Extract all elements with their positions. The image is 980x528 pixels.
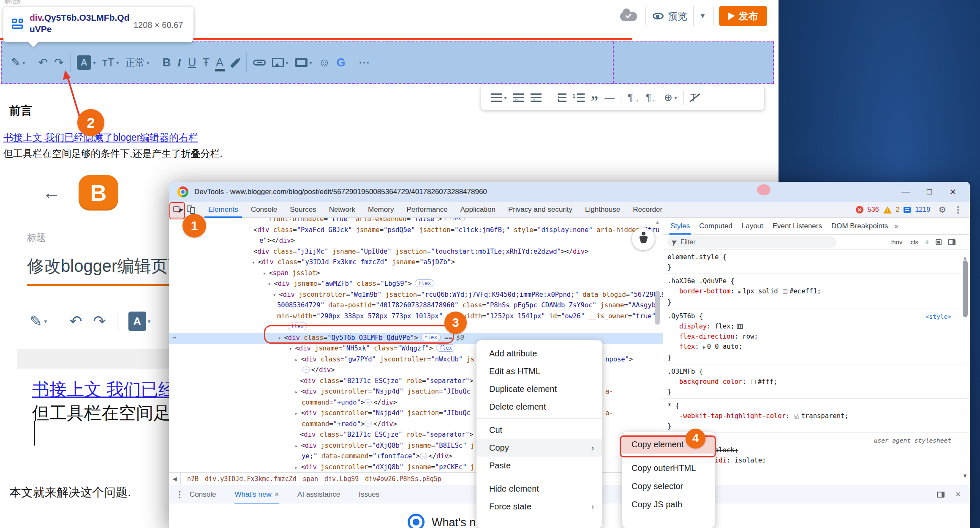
- pen-edit-icon[interactable]: ✎▾: [11, 57, 25, 68]
- rule-selector[interactable]: .haXJ6e .QduVPe {: [667, 277, 735, 285]
- text-color-icon[interactable]: A: [216, 57, 223, 68]
- horizontal-rule-icon[interactable]: —: [604, 93, 615, 103]
- color-swatch[interactable]: [783, 289, 787, 294]
- drawer-tab-console[interactable]: Console: [190, 485, 216, 504]
- rule-selector[interactable]: .O3LMFb {: [667, 368, 703, 375]
- flex-badge[interactable]: flex: [445, 218, 465, 221]
- new-style-rule-icon[interactable]: +: [925, 238, 929, 247]
- tab-privacy-and-security[interactable]: Privacy and security: [502, 202, 579, 218]
- expand-ellipsis-button[interactable]: ⋯: [420, 453, 427, 459]
- drawer-tab-issues[interactable]: Issues: [359, 485, 379, 504]
- messages-icon[interactable]: [904, 207, 911, 213]
- highlight-icon[interactable]: [230, 61, 240, 64]
- rtl-paragraph-icon[interactable]: ¶←: [646, 93, 658, 103]
- kebab-menu-icon[interactable]: ⋮: [950, 205, 966, 215]
- post-title-input[interactable]: 修改blogger编辑页面: [27, 254, 185, 278]
- rendering-icon[interactable]: [936, 239, 942, 245]
- tab-console[interactable]: Console: [245, 202, 283, 218]
- styles-tab-event-listeners[interactable]: Event Listeners: [768, 218, 827, 235]
- menu-item-add-attribute[interactable]: Add attribute: [476, 345, 602, 362]
- breadcrumb-item[interactable]: div#ow26.P8hSs.pEg5p: [365, 475, 441, 483]
- drawer-close-icon[interactable]: ×: [956, 490, 961, 499]
- css-property[interactable]: flex-direction: row;: [667, 331, 970, 342]
- more-tabs-icon[interactable]: »: [894, 222, 898, 230]
- insert-video-icon[interactable]: ▾: [295, 58, 312, 67]
- clear-formatting-icon[interactable]: T: [690, 93, 697, 103]
- toggle-hover-state[interactable]: :hov: [890, 238, 902, 246]
- bold-icon[interactable]: B: [163, 57, 171, 68]
- sidebar-toggle-icon[interactable]: [948, 239, 956, 245]
- menu-item-copy-selector[interactable]: Copy selector: [622, 477, 715, 495]
- undo-icon[interactable]: ↶: [38, 57, 48, 68]
- styles-tab-dom-breakpoints[interactable]: DOM Breakpoints: [827, 218, 893, 235]
- warnings-icon[interactable]: [883, 206, 892, 213]
- scroll-down-arrow[interactable]: ▼: [962, 473, 968, 479]
- minimize-button[interactable]: —: [900, 187, 912, 197]
- insert-link-icon[interactable]: [253, 60, 266, 66]
- device-toolbar-icon[interactable]: [187, 205, 195, 214]
- css-property[interactable]: border-bottom: ▶1px solid #eceff1;: [667, 286, 970, 297]
- publish-button[interactable]: 发布: [719, 6, 767, 26]
- menu-item-duplicate-element[interactable]: Duplicate element: [476, 380, 602, 398]
- ltr-paragraph-icon[interactable]: ¶→: [628, 93, 640, 103]
- insert-image-icon[interactable]: ▾: [272, 58, 289, 67]
- dom-tree-node[interactable]: 50085364729" data-postid="40178260732884…: [169, 300, 663, 311]
- styles-scrollbar[interactable]: [963, 260, 968, 317]
- undo-icon[interactable]: ↶: [69, 314, 82, 329]
- flex-badge[interactable]: flex: [415, 279, 434, 287]
- tab-memory[interactable]: Memory: [362, 202, 400, 218]
- tab-recorder[interactable]: Recorder: [626, 202, 669, 218]
- paragraph-style-select[interactable]: 正常▾: [125, 56, 150, 69]
- css-property[interactable]: flex: ▶0 0 auto;: [667, 342, 970, 353]
- rule-selector[interactable]: * {: [667, 402, 679, 410]
- indent-decrease-icon[interactable]: [531, 93, 542, 102]
- menu-item-paste[interactable]: Paste: [476, 457, 602, 474]
- doc-link[interactable]: 书接上文 我们已经隐藏了bloger编辑器的右栏: [3, 131, 198, 144]
- expand-arrow-icon[interactable]: ▶: [703, 345, 706, 350]
- tab-sources[interactable]: Sources: [283, 202, 322, 218]
- dom-tree-node[interactable]: ▾ <span jsslot>: [169, 268, 663, 279]
- styles-filter-input[interactable]: Filter: [667, 236, 836, 248]
- dom-tree-node[interactable]: <div class="PxaFcd GBJck" jsname="psdQ5e…: [169, 225, 663, 236]
- devtools-titlebar[interactable]: DevTools - www.blogger.com/blog/post/edi…: [169, 182, 970, 202]
- menu-item-copy-outerhtml[interactable]: Copy outerHTML: [622, 459, 715, 477]
- scroll-up-arrow[interactable]: ▲: [655, 219, 660, 225]
- indent-increase-icon[interactable]: [513, 93, 524, 102]
- styles-tab-layout[interactable]: Layout: [737, 218, 768, 235]
- tab-elements[interactable]: Elements: [202, 202, 245, 218]
- align-icon[interactable]: ▾: [491, 93, 507, 102]
- color-swatch[interactable]: [751, 380, 756, 384]
- elements-scrollbar[interactable]: [655, 291, 660, 325]
- tab-lighthouse[interactable]: Lighthouse: [579, 202, 626, 218]
- scroll-up-arrow[interactable]: ▲: [962, 254, 968, 261]
- tab-network[interactable]: Network: [323, 202, 362, 218]
- errors-count[interactable]: 536: [868, 206, 879, 213]
- font-icon[interactable]: A▾: [77, 55, 96, 70]
- strikethrough-icon[interactable]: Ŧ: [202, 57, 210, 68]
- toggle-class[interactable]: .cls: [909, 238, 918, 246]
- color-swatch[interactable]: [795, 414, 799, 419]
- emoji-icon[interactable]: ☺: [318, 57, 330, 68]
- menu-item-force-state[interactable]: Force state›: [476, 498, 602, 515]
- redo-icon[interactable]: ↷: [54, 57, 64, 68]
- css-property[interactable]: -webkit-tap-highlight-color: transparent…: [667, 411, 970, 421]
- dom-tree-node[interactable]: ▾ <div jscontroller="Wq1m9b" jsaction="r…: [169, 290, 663, 301]
- more-options-icon[interactable]: ⋯: [359, 57, 370, 68]
- css-property[interactable]: background-color: #fff;: [667, 377, 970, 387]
- settings-gear-icon[interactable]: ⚙: [939, 205, 946, 215]
- messages-count[interactable]: 1219: [915, 206, 930, 213]
- menu-item-copy-js-path[interactable]: Copy JS path: [622, 495, 715, 514]
- dom-tree-node[interactable]: ▾ <div class="y3IDJd Fx3kmc fmzcZd" jsna…: [169, 257, 663, 268]
- maximize-button[interactable]: □: [923, 187, 935, 197]
- menu-item-cut[interactable]: Cut: [476, 421, 602, 439]
- dom-tree-node[interactable]: min-width="290px 338px 578px 773px 1013p…: [169, 311, 663, 322]
- css-property[interactable]: display: flex;: [667, 321, 970, 331]
- dom-tree-node[interactable]: ▾ <div jsname="awMZFb" class="LbgS9">fle…: [169, 279, 663, 290]
- drawer-kebab-icon[interactable]: ⋮: [169, 490, 190, 499]
- breadcrumb-item[interactable]: div.LbgS9: [324, 475, 359, 483]
- google-search-icon[interactable]: G: [337, 57, 346, 68]
- blogger-logo[interactable]: B: [79, 175, 118, 211]
- special-chars-icon[interactable]: ⊕▾: [664, 93, 677, 103]
- italic-icon[interactable]: I: [177, 57, 182, 68]
- bulleted-list-icon[interactable]: [555, 93, 566, 102]
